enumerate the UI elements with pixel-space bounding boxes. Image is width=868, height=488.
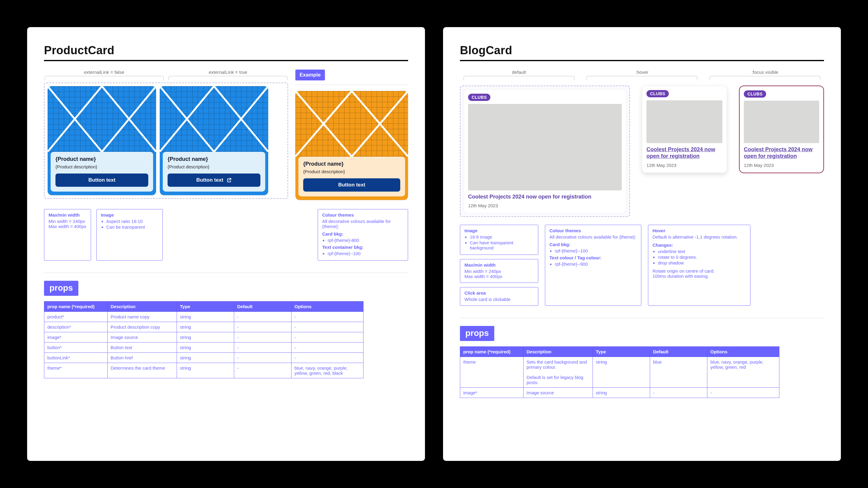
note-size: Max/min width Min width = 240px Max widt… xyxy=(460,259,538,283)
blog-card-focus[interactable]: CLUBS Coolest Projects 2024 now open for… xyxy=(739,86,824,173)
product-image-placeholder xyxy=(296,91,408,157)
table-row: image*Image sourcestring-- xyxy=(460,388,779,398)
props-badge: props xyxy=(44,281,79,296)
table-row: button*Button textstring-- xyxy=(44,343,364,353)
variant-label-true: externalLink = true xyxy=(168,70,287,75)
table-row: theme*Determines the card themestring-bl… xyxy=(44,363,364,378)
external-link-icon xyxy=(226,177,232,183)
props-badge: props xyxy=(460,326,494,341)
note-image: Image Aspect ratio 16:10Can be transpare… xyxy=(96,209,163,261)
product-image-placeholder xyxy=(160,86,268,152)
table-row: product*Product name copystring-- xyxy=(44,312,364,322)
note-image: Image 16:9 imageCan have transparent bac… xyxy=(460,225,538,255)
note-colour-themes: Colour themes All decorative colours ava… xyxy=(545,225,641,306)
product-name: {Product name} xyxy=(167,156,260,162)
product-button-label: Button text xyxy=(338,182,365,188)
state-label-hover: :hover xyxy=(587,70,698,75)
blog-dashed-group: CLUBS Coolest Projects 2024 now open for… xyxy=(460,86,630,217)
table-row: image*Image sourcestring-- xyxy=(44,332,364,343)
blog-card-hover[interactable]: CLUBS Coolest Projects 2024 now open for… xyxy=(642,86,727,173)
blog-image-placeholder xyxy=(647,100,722,143)
blog-title: Coolest Projects 2024 now open for regis… xyxy=(647,146,722,160)
product-button[interactable]: Button text xyxy=(303,178,400,192)
title-rule xyxy=(460,60,824,61)
table-row: themeSets the card background and primar… xyxy=(460,357,779,388)
blog-tag: CLUBS xyxy=(647,90,669,97)
state-label-focus: :focus visible xyxy=(710,70,820,75)
blog-title: Coolest Projects 2024 now open for regis… xyxy=(468,193,622,200)
note-click-area: Click area Whole card is clickable xyxy=(460,287,538,306)
blog-date: 12th May 2023 xyxy=(647,163,722,168)
example-badge: Example xyxy=(296,70,325,80)
product-card-variant-noexternal[interactable]: {Product name} {Product description} But… xyxy=(48,86,156,195)
table-row: buttonLink*Button hrefstring-- xyxy=(44,353,364,363)
table-row: description*Product description copystri… xyxy=(44,322,364,332)
product-button-external[interactable]: Button text xyxy=(167,173,260,187)
blog-title: Coolest Projects 2024 now open for regis… xyxy=(744,146,819,160)
product-name: {Product name} xyxy=(303,161,400,167)
blog-image-placeholder xyxy=(468,104,622,190)
product-button[interactable]: Button text xyxy=(56,173,148,187)
page-title: BlogCard xyxy=(460,44,824,57)
page-title: ProductCard xyxy=(44,44,408,57)
product-button-label: Button text xyxy=(196,177,223,183)
note-hover: Hover Default is alternative -1,1 degree… xyxy=(648,225,750,306)
blog-date: 12th May 2023 xyxy=(468,203,622,208)
props-table: prop name (*required) Description Type D… xyxy=(460,347,779,398)
product-card-example[interactable]: {Product name} {Product description} But… xyxy=(296,91,408,200)
blog-tag: CLUBS xyxy=(744,90,766,98)
blog-date: 12th May 2023 xyxy=(744,163,819,168)
note-colour-themes: Colour themes All decorative colours ava… xyxy=(318,209,408,261)
title-rule xyxy=(44,60,408,61)
variant-label-false: externalLink = false xyxy=(44,70,164,75)
product-desc: {Product description} xyxy=(56,164,148,169)
product-card-variant-external[interactable]: {Product name} {Product description} But… xyxy=(160,86,268,195)
product-name: {Product name} xyxy=(56,156,148,162)
product-button-label: Button text xyxy=(88,177,116,183)
state-label-default: default xyxy=(464,70,575,75)
variant-dashed-group: {Product name} {Product description} But… xyxy=(44,83,288,199)
blog-card-default[interactable]: CLUBS Coolest Projects 2024 now open for… xyxy=(464,89,626,213)
sheet-blogcard: BlogCard default :hover :focus visible C… xyxy=(443,27,841,461)
blog-image-placeholder xyxy=(744,101,819,143)
product-image-placeholder xyxy=(48,86,156,152)
props-table: prop name (*required) Description Type D… xyxy=(44,301,364,378)
blog-tag: CLUBS xyxy=(468,94,490,101)
sheet-productcard: ProductCard externalLink = false externa… xyxy=(27,27,425,461)
note-size: Max/min width Min width = 240px Max widt… xyxy=(44,209,91,261)
product-desc: {Product description} xyxy=(167,164,260,169)
product-desc: {Product description} xyxy=(303,169,400,174)
